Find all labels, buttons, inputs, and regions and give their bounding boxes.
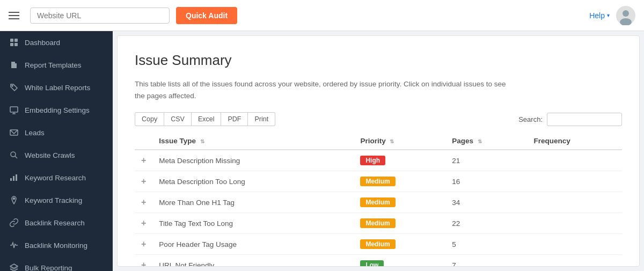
svg-point-14 bbox=[13, 198, 15, 200]
help-button[interactable]: Help ▾ bbox=[589, 11, 610, 20]
priority-cell: High bbox=[354, 150, 445, 171]
priority-badge: High bbox=[360, 156, 385, 165]
issue-name[interactable]: More Than One H1 Tag bbox=[152, 192, 354, 213]
svg-rect-11 bbox=[10, 178, 12, 181]
expand-cell[interactable]: + bbox=[135, 171, 152, 192]
expand-cell[interactable]: + bbox=[135, 192, 152, 213]
pages-cell: 5 bbox=[445, 234, 527, 255]
sort-icon-issue[interactable]: ⇅ bbox=[200, 138, 204, 144]
svg-point-7 bbox=[12, 85, 13, 86]
quick-audit-button[interactable]: Quick Audit bbox=[176, 7, 237, 24]
hamburger-icon[interactable] bbox=[9, 12, 19, 19]
svg-rect-5 bbox=[10, 43, 13, 46]
file-icon bbox=[10, 61, 18, 69]
sidebar-item-report-templates[interactable]: Report Templates bbox=[0, 54, 113, 76]
tag-icon bbox=[10, 83, 18, 92]
sidebar-label-backlink-research: Backlink Research bbox=[25, 219, 85, 227]
pages-cell: 34 bbox=[445, 192, 527, 213]
excel-button[interactable]: Excel bbox=[192, 112, 222, 126]
sidebar-label-backlink-monitoring: Backlink Monitoring bbox=[25, 241, 87, 250]
expand-button[interactable]: + bbox=[141, 197, 146, 207]
sidebar-item-backlink-research[interactable]: Backlink Research bbox=[0, 211, 113, 234]
sidebar-label-report-templates: Report Templates bbox=[25, 61, 82, 69]
activity-icon bbox=[10, 241, 18, 250]
issue-name[interactable]: Title Tag Text Too Long bbox=[152, 213, 354, 234]
expand-cell[interactable]: + bbox=[135, 234, 152, 255]
expand-cell[interactable]: + bbox=[135, 150, 152, 171]
col-pages: Pages ⇅ bbox=[445, 133, 527, 150]
pages-cell: 7 bbox=[445, 255, 527, 267]
issue-name[interactable]: Meta Description Too Long bbox=[152, 171, 354, 192]
sidebar-item-white-label-reports[interactable]: White Label Reports bbox=[0, 76, 113, 99]
sort-icon-pages[interactable]: ⇅ bbox=[478, 138, 482, 144]
issue-name[interactable]: Poor Header Tag Usage bbox=[152, 234, 354, 255]
expand-button[interactable]: + bbox=[141, 156, 146, 165]
expand-button[interactable]: + bbox=[141, 177, 146, 186]
frequency-cell bbox=[527, 255, 622, 267]
priority-cell: Low bbox=[354, 255, 445, 267]
table-controls: Copy CSV Excel PDF Print Search: bbox=[135, 112, 622, 126]
main-content: Issue Summary This table lists all of th… bbox=[117, 35, 640, 267]
search-input[interactable] bbox=[547, 113, 622, 126]
table-row: + URL Not Friendly Low 7 bbox=[135, 255, 622, 267]
svg-rect-4 bbox=[14, 39, 18, 42]
priority-cell: Medium bbox=[354, 171, 445, 192]
avatar[interactable] bbox=[616, 6, 635, 25]
bar-icon bbox=[10, 173, 18, 182]
url-input[interactable] bbox=[30, 8, 170, 24]
sidebar: Dashboard Report Templates White Label R… bbox=[0, 31, 113, 271]
chevron-down-icon: ▾ bbox=[607, 12, 610, 18]
copy-button[interactable]: Copy bbox=[135, 112, 164, 126]
pages-cell: 21 bbox=[445, 150, 527, 171]
svg-rect-12 bbox=[13, 176, 14, 181]
pages-cell: 22 bbox=[445, 213, 527, 234]
expand-button[interactable]: + bbox=[141, 239, 146, 249]
expand-button[interactable]: + bbox=[141, 218, 146, 228]
page-title: Issue Summary bbox=[135, 52, 622, 69]
sidebar-item-embedding-settings[interactable]: Embedding Settings bbox=[0, 99, 113, 121]
sidebar-item-dashboard[interactable]: Dashboard bbox=[0, 31, 113, 54]
sidebar-item-bulk-reporting[interactable]: Bulk Reporting bbox=[0, 257, 113, 271]
print-button[interactable]: Print bbox=[248, 112, 275, 126]
grid-icon bbox=[10, 38, 18, 47]
svg-point-1 bbox=[623, 10, 629, 17]
sidebar-item-leads[interactable]: Leads bbox=[0, 121, 113, 144]
issue-name[interactable]: Meta Description Missing bbox=[152, 150, 354, 171]
pin-icon bbox=[10, 196, 18, 204]
pdf-button[interactable]: PDF bbox=[221, 112, 248, 126]
sidebar-label-keyword-research: Keyword Research bbox=[25, 174, 86, 182]
table-row: + Title Tag Text Too Long Medium 22 bbox=[135, 213, 622, 234]
priority-cell: Medium bbox=[354, 213, 445, 234]
issue-description: This table lists all of the issues found… bbox=[135, 78, 510, 101]
sidebar-item-keyword-research[interactable]: Keyword Research bbox=[0, 166, 113, 189]
table-row: + Poor Header Tag Usage Medium 5 bbox=[135, 234, 622, 255]
sidebar-label-embedding-settings: Embedding Settings bbox=[25, 106, 90, 114]
pages-cell: 16 bbox=[445, 171, 527, 192]
priority-badge: Medium bbox=[360, 239, 395, 249]
topbar: Quick Audit Help ▾ bbox=[0, 0, 644, 31]
sidebar-label-white-label-reports: White Label Reports bbox=[25, 84, 90, 92]
frequency-cell bbox=[527, 192, 622, 213]
expand-cell[interactable]: + bbox=[135, 213, 152, 234]
sidebar-item-backlink-monitoring[interactable]: Backlink Monitoring bbox=[0, 234, 113, 257]
frequency-cell bbox=[527, 171, 622, 192]
svg-rect-3 bbox=[10, 39, 13, 42]
search-label: Search: bbox=[518, 115, 543, 123]
expand-cell[interactable]: + bbox=[135, 255, 152, 267]
sidebar-item-website-crawls[interactable]: Website Crawls bbox=[0, 144, 113, 166]
sidebar-label-leads: Leads bbox=[25, 129, 45, 137]
table-row: + Meta Description Missing High 21 bbox=[135, 150, 622, 171]
sidebar-label-bulk-reporting: Bulk Reporting bbox=[25, 264, 72, 272]
csv-button[interactable]: CSV bbox=[164, 112, 192, 126]
mail-icon bbox=[10, 128, 18, 137]
expand-button[interactable]: + bbox=[141, 260, 146, 267]
sidebar-item-keyword-tracking[interactable]: Keyword Tracking bbox=[0, 189, 113, 211]
sort-icon-priority[interactable]: ⇅ bbox=[390, 138, 394, 144]
monitor-icon bbox=[10, 106, 18, 114]
sidebar-label-keyword-tracking: Keyword Tracking bbox=[25, 196, 82, 204]
table-row: + More Than One H1 Tag Medium 34 bbox=[135, 192, 622, 213]
issue-name[interactable]: URL Not Friendly bbox=[152, 255, 354, 267]
col-expand bbox=[135, 133, 152, 150]
layers-icon bbox=[10, 263, 18, 271]
col-priority: Priority ⇅ bbox=[354, 133, 445, 150]
